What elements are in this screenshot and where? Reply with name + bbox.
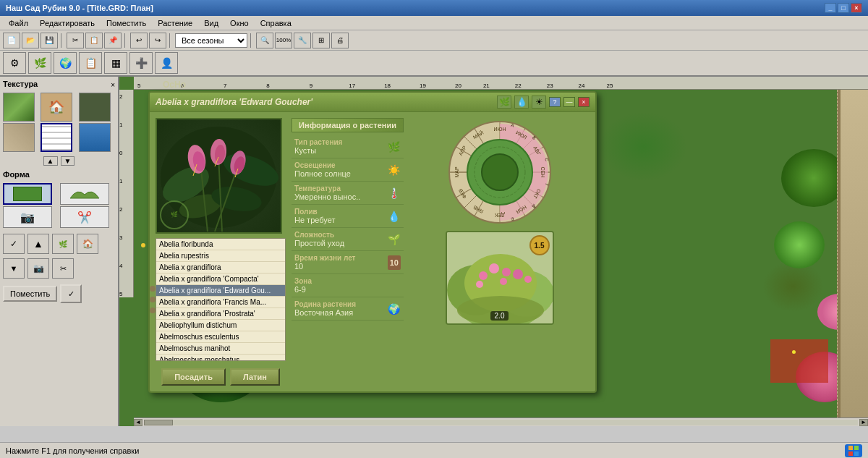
- plant-item-8[interactable]: Abelmoschus esculentus: [156, 331, 285, 343]
- redo-button[interactable]: ↪: [149, 33, 166, 48]
- svg-point-58: [476, 281, 483, 288]
- tb2-world[interactable]: 🌍: [54, 52, 77, 74]
- forma-title: Форма: [3, 170, 115, 179]
- scroll-left-button[interactable]: ◄: [134, 419, 142, 426]
- plant-item-9[interactable]: Abelmoschus manihot: [156, 343, 285, 355]
- menu-file[interactable]: Файл: [3, 17, 34, 29]
- new-button[interactable]: 📄: [3, 33, 20, 48]
- texture-dark[interactable]: [79, 93, 111, 122]
- dialog-sun-icon[interactable]: ☀: [532, 96, 546, 109]
- paste-button[interactable]: 📌: [104, 33, 122, 48]
- tb2-settings[interactable]: ⚙: [3, 52, 26, 74]
- menu-view[interactable]: Вид: [198, 17, 224, 29]
- small-icon4[interactable]: ✂: [52, 258, 74, 279]
- info-lifetime-label: Время жизни лет: [294, 254, 385, 262]
- maximize-button[interactable]: □: [838, 3, 849, 13]
- texture-water[interactable]: [79, 123, 111, 152]
- grid-button[interactable]: ⊞: [312, 33, 330, 48]
- dialog-help-button[interactable]: ?: [549, 97, 561, 107]
- plant-list[interactable]: Abelia floribunda Abelia rupestris Abeli…: [156, 238, 286, 361]
- plant-item-0[interactable]: Abelia floribunda: [156, 239, 285, 250]
- light-icon: ☀️: [386, 163, 401, 177]
- tb2-texture[interactable]: ▦: [104, 52, 127, 74]
- plant-item-10[interactable]: Abelmoschus moschatus: [156, 355, 285, 361]
- zoom-100-button[interactable]: 100%: [275, 33, 292, 48]
- place-button[interactable]: Поместить: [3, 286, 57, 302]
- origin-icon: 🌍: [386, 302, 401, 316]
- forma-camera[interactable]: 📷: [3, 206, 52, 228]
- minimize-button[interactable]: _: [825, 3, 836, 13]
- panel-close-x[interactable]: ×: [111, 81, 115, 89]
- window-title: Наш Сад Рубин 9.0 - [Title.GRD: План]: [6, 4, 825, 12]
- open-button[interactable]: 📂: [22, 33, 39, 48]
- plant-item-7[interactable]: Abeliophyllum distichum: [156, 320, 285, 331]
- texture-grass[interactable]: [3, 93, 35, 122]
- small-icon2[interactable]: 🏠: [77, 234, 98, 254]
- arrow-down-button[interactable]: ▼: [3, 258, 25, 279]
- tb2-plant[interactable]: 🌿: [28, 52, 51, 74]
- plant-item-5[interactable]: Abelia x grandiflora 'Francis Ma...: [156, 297, 285, 308]
- zoom-in-button[interactable]: 🔍: [256, 33, 273, 48]
- tools-button[interactable]: 🔧: [294, 33, 311, 48]
- plant-item-3[interactable]: Abelia x grandiflora 'Compacta': [156, 273, 285, 285]
- texture-scroll-up[interactable]: ▲: [43, 156, 58, 166]
- forma-scissors[interactable]: ✂️: [60, 206, 109, 228]
- svg-text:ДЕК: ДЕК: [494, 212, 504, 218]
- check-button[interactable]: ✓: [3, 234, 25, 254]
- texture-grid: 🏠: [3, 93, 115, 152]
- menu-help[interactable]: Справка: [255, 17, 297, 29]
- status-bar: Нажмите F1 для получения справки: [0, 442, 868, 458]
- plant-button[interactable]: Посадить: [161, 368, 226, 386]
- h-scrollbar[interactable]: ◄ ►: [134, 417, 868, 426]
- plant-item-6[interactable]: Abelia x grandiflora 'Prostrata': [156, 308, 285, 320]
- season-dropdown[interactable]: Все сезоны: [175, 33, 247, 48]
- menu-place[interactable]: Поместить: [101, 17, 152, 29]
- texture-house[interactable]: 🏠: [41, 93, 72, 122]
- dialog-close-button[interactable]: ×: [578, 97, 590, 107]
- save-button[interactable]: 💾: [41, 33, 58, 48]
- place-icon-button[interactable]: ✓: [60, 284, 82, 303]
- scroll-right-button[interactable]: ►: [859, 419, 868, 426]
- close-button[interactable]: ×: [851, 3, 862, 13]
- tb2-health[interactable]: ➕: [129, 52, 153, 74]
- dialog-water-icon[interactable]: 💧: [514, 96, 529, 109]
- plant-item-4[interactable]: Abelia x grandiflora 'Edward Gou...: [156, 285, 285, 297]
- info-water-label: Полив: [294, 208, 383, 216]
- copy-button[interactable]: 📋: [85, 33, 103, 48]
- menu-plant[interactable]: Растение: [152, 17, 198, 29]
- scale-badge: 1.5: [529, 235, 550, 255]
- dialog-minimize-button[interactable]: —: [563, 97, 575, 107]
- info-light-section: Освещение Полное солнце: [294, 161, 383, 178]
- menu-edit[interactable]: Редактировать: [34, 17, 101, 29]
- garden-area[interactable]: 5 6 7 8 9 17 18 19 20 21 22 23 24 25 2 1…: [119, 77, 868, 426]
- separator-1: [61, 33, 64, 48]
- tb2-person[interactable]: 👤: [155, 52, 178, 74]
- separator-4: [250, 33, 253, 48]
- tb2-clipboard[interactable]: 📋: [79, 52, 102, 74]
- plant-item-2[interactable]: Abelia x grandiflora: [156, 262, 285, 273]
- svg-point-53: [479, 271, 488, 280]
- window-controls[interactable]: _ □ ×: [825, 3, 862, 13]
- type-icon: 🌿: [386, 140, 401, 154]
- undo-button[interactable]: ↩: [130, 33, 148, 48]
- small-icon1[interactable]: 🌿: [52, 234, 74, 254]
- latin-button[interactable]: Латин: [230, 368, 280, 386]
- h-scroll-thumb[interactable]: [144, 420, 173, 425]
- dialog-plant-icon[interactable]: 🌿: [497, 96, 511, 109]
- menu-window[interactable]: Окно: [224, 17, 255, 29]
- svg-text:СЕН: СЕН: [540, 167, 545, 178]
- h-scroll-track[interactable]: [144, 420, 858, 425]
- forma-irregular[interactable]: [60, 183, 109, 205]
- arrow-up-button[interactable]: ▲: [27, 234, 49, 254]
- texture-grid-cell[interactable]: [41, 123, 72, 152]
- cut-button[interactable]: ✂: [67, 33, 84, 48]
- plant-item-1[interactable]: Abelia rupestris: [156, 250, 285, 262]
- depth-value: 2.0: [495, 312, 505, 320]
- print-button[interactable]: 🖨: [331, 33, 349, 48]
- small-icon3[interactable]: 📷: [27, 258, 49, 279]
- windows-start-button[interactable]: [845, 444, 862, 457]
- windows-logo-icon: [848, 446, 859, 456]
- texture-path[interactable]: [3, 123, 35, 152]
- forma-rect[interactable]: [3, 183, 52, 205]
- texture-scroll-down[interactable]: ▼: [61, 156, 75, 166]
